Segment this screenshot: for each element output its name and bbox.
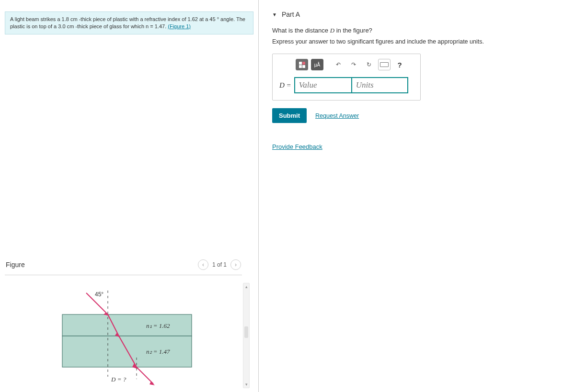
left-panel: A light beam strikes a 1.8 cm -thick pie… bbox=[0, 0, 259, 392]
problem-text: A light beam strikes a 1.8 cm -thick pie… bbox=[10, 16, 245, 29]
question-text: What is the distance D in the figure? bbox=[272, 27, 562, 34]
answer-box: µÅ ↶ ↷ ↻ ? D = bbox=[272, 54, 421, 101]
answer-input-row: D = bbox=[277, 77, 415, 93]
templates-icon bbox=[299, 62, 305, 68]
symbols-button[interactable]: µÅ bbox=[311, 59, 323, 70]
question-prefix: What is the distance bbox=[272, 27, 330, 34]
templates-button[interactable] bbox=[296, 59, 308, 70]
answer-variable-label: D = bbox=[277, 77, 294, 93]
angle-label: 45° bbox=[95, 291, 104, 298]
provide-feedback-link[interactable]: Provide Feedback bbox=[272, 143, 322, 150]
figure-header: Figure ‹ 1 of 1 › bbox=[5, 257, 242, 275]
svg-rect-0 bbox=[62, 314, 192, 336]
part-title: Part A bbox=[282, 11, 300, 18]
answer-instructions: Express your answer to two significant f… bbox=[272, 38, 562, 45]
keyboard-button[interactable] bbox=[378, 59, 391, 70]
part-header[interactable]: ▼ Part A bbox=[272, 11, 562, 18]
redo-button[interactable]: ↷ bbox=[347, 59, 360, 70]
keyboard-icon bbox=[380, 62, 389, 67]
figure-section: Figure ‹ 1 of 1 › bbox=[0, 257, 258, 392]
figure-nav: ‹ 1 of 1 › bbox=[198, 259, 241, 270]
scroll-down-icon[interactable]: ▾ bbox=[243, 381, 249, 388]
scroll-up-icon[interactable]: ▴ bbox=[243, 283, 249, 290]
d-label: D = ? bbox=[111, 376, 126, 383]
collapse-icon: ▼ bbox=[272, 12, 277, 17]
figure-prev-button[interactable]: ‹ bbox=[198, 259, 208, 270]
help-button[interactable]: ? bbox=[393, 59, 406, 70]
units-input[interactable] bbox=[352, 77, 408, 93]
figure-counter: 1 of 1 bbox=[212, 261, 227, 268]
svg-rect-1 bbox=[62, 336, 192, 367]
reset-button[interactable]: ↻ bbox=[363, 59, 375, 70]
n2-label: n₂ = 1.47 bbox=[146, 348, 170, 355]
submit-button[interactable]: Submit bbox=[272, 108, 307, 123]
request-answer-link[interactable]: Request Answer bbox=[315, 112, 359, 119]
figure-link[interactable]: (Figure 1) bbox=[168, 23, 191, 29]
n1-label: n₁ = 1.62 bbox=[146, 322, 170, 329]
submit-row: Submit Request Answer bbox=[272, 108, 562, 123]
question-suffix: in the figure? bbox=[334, 27, 372, 34]
problem-statement: A light beam strikes a 1.8 cm -thick pie… bbox=[5, 11, 253, 34]
figure-next-button[interactable]: › bbox=[230, 259, 241, 270]
value-input[interactable] bbox=[294, 77, 352, 93]
figure-scrollbar[interactable]: ▴ ▾ bbox=[243, 283, 250, 388]
answer-toolbar: µÅ ↶ ↷ ↻ ? bbox=[277, 59, 415, 70]
right-panel: ▼ Part A What is the distance D in the f… bbox=[259, 0, 575, 392]
figure-canvas: 45° n₁ = 1.62 n₂ = 1.47 D = ? ▴ ▾ bbox=[58, 281, 253, 392]
undo-button[interactable]: ↶ bbox=[332, 59, 345, 70]
svg-line-9 bbox=[137, 367, 153, 384]
question-variable: D bbox=[330, 27, 334, 34]
figure-title: Figure bbox=[6, 261, 25, 269]
scroll-thumb[interactable] bbox=[244, 326, 248, 338]
figure-svg: 45° n₁ = 1.62 n₂ = 1.47 D = ? bbox=[58, 281, 201, 391]
